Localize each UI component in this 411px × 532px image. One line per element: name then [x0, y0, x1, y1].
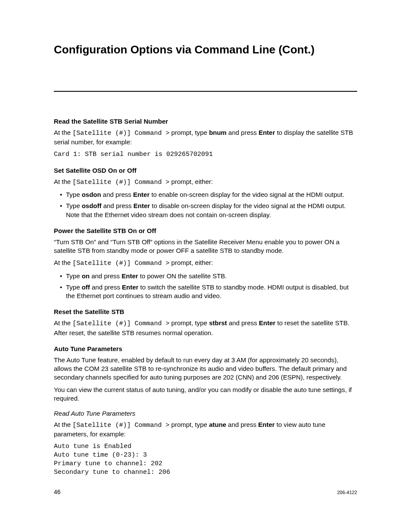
prompt-text: [Satellite (#)] Command > [72, 320, 169, 327]
para-atune-intro1: The Auto Tune feature, enabled by defaul… [54, 356, 357, 382]
section-power: Power the Satellite STB On or Off “Turn … [54, 227, 357, 301]
text: prompt, type [169, 319, 209, 327]
cmd-atune: atune [209, 421, 226, 428]
text: and press [227, 129, 258, 136]
page-body: Configuration Options via Command Line (… [0, 0, 411, 477]
key-enter: Enter [133, 191, 149, 198]
text: At the [54, 421, 72, 428]
heading-atune: Auto Tune Parameters [54, 345, 357, 352]
text: to power ON the satellite STB. [138, 272, 227, 280]
page-title: Configuration Options via Command Line (… [54, 43, 357, 56]
para-power-intro: “Turn STB On” and “Turn STB Off” options… [54, 238, 357, 255]
doc-number: 206-4122 [337, 490, 358, 495]
text: Type [66, 283, 82, 291]
list-item: Type osdoff and press Enter to disable o… [60, 202, 357, 219]
cmd-stbrst: stbrst [209, 319, 227, 327]
key-enter: Enter [122, 283, 138, 291]
section-osd: Set Satellite OSD On or Off At the [Sate… [54, 167, 357, 219]
page-number: 46 [54, 488, 61, 495]
text: At the [54, 178, 72, 185]
section-atune: Auto Tune Parameters The Auto Tune featu… [54, 345, 357, 477]
text: prompt, either: [169, 259, 213, 266]
heading-osd: Set Satellite OSD On or Off [54, 167, 357, 174]
section-bnum: Read the Satellite STB Serial Number At … [54, 118, 357, 159]
prompt-text: [Satellite (#)] Command > [72, 130, 169, 137]
list-item: Type osdon and press Enter to enable on-… [60, 190, 357, 199]
text: and press [90, 283, 122, 291]
heading-reset: Reset the Satellite STB [54, 308, 357, 315]
cmd-osdon: osdon [82, 191, 101, 198]
text: and press [90, 272, 121, 280]
key-enter: Enter [258, 421, 274, 428]
key-enter: Enter [134, 202, 150, 209]
para-osd-intro: At the [Satellite (#)] Command > prompt,… [54, 177, 357, 187]
heading-power: Power the Satellite STB On or Off [54, 227, 357, 234]
para-bnum: At the [Satellite (#)] Command > prompt,… [54, 128, 357, 147]
text: Type [66, 191, 82, 198]
subheading-atune: Read Auto Tune Parameters [54, 410, 357, 417]
text: prompt, type [169, 129, 209, 136]
key-enter: Enter [258, 129, 275, 136]
heading-bnum: Read the Satellite STB Serial Number [54, 118, 357, 125]
key-enter: Enter [121, 272, 138, 280]
text: and press [226, 421, 258, 428]
list-power: Type on and press Enter to power ON the … [54, 272, 357, 301]
text: and press [227, 319, 259, 327]
cmd-off: off [82, 283, 90, 291]
text: prompt, type [169, 421, 209, 428]
para-atune-intro2: You can view the current status of auto … [54, 386, 357, 403]
para-reset: At the [Satellite (#)] Command > prompt,… [54, 319, 357, 337]
prompt-text: [Satellite (#)] Command > [72, 422, 169, 429]
prompt-text: [Satellite (#)] Command > [72, 179, 169, 186]
prompt-text: [Satellite (#)] Command > [72, 260, 169, 267]
cmd-on: on [82, 272, 90, 280]
text: At the [54, 319, 72, 327]
cmd-bnum: bnum [209, 129, 227, 136]
list-item: Type on and press Enter to power ON the … [60, 272, 357, 280]
text: prompt, either: [169, 178, 213, 185]
para-atune-read: At the [Satellite (#)] Command > prompt,… [54, 420, 357, 439]
output-atune: Auto tune is Enabled Auto tune time (0-2… [54, 442, 357, 477]
text: Type [66, 272, 82, 280]
text: to enable on-screen display for the vide… [149, 191, 344, 198]
text: and press [102, 202, 134, 209]
list-osd: Type osdon and press Enter to enable on-… [54, 190, 357, 219]
key-enter: Enter [259, 319, 275, 327]
output-bnum: Card 1: STB serial number is 02926570209… [54, 150, 357, 159]
text: At the [54, 259, 72, 266]
text: At the [54, 129, 72, 136]
list-item: Type off and press Enter to switch the s… [60, 283, 357, 301]
cmd-osdoff: osdoff [82, 202, 102, 209]
text: and press [101, 191, 133, 198]
para-power-prompt: At the [Satellite (#)] Command > prompt,… [54, 258, 357, 268]
text: Type [66, 202, 82, 209]
page-footer: 46 206-4122 [54, 488, 357, 495]
title-rule [54, 91, 357, 92]
section-reset: Reset the Satellite STB At the [Satellit… [54, 308, 357, 337]
